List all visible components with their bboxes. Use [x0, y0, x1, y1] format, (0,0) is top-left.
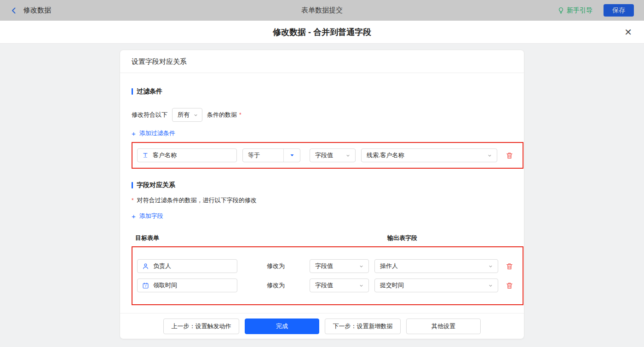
topbar: 修改数据 表单数据提交 新手引导 保存 [0, 0, 644, 21]
calendar-icon: 7 [142, 282, 149, 289]
match-mode-select[interactable]: 所有 [172, 108, 202, 122]
section-bar [132, 88, 133, 95]
modify-to-label: 修改为 [267, 262, 286, 270]
guide-link[interactable]: 新手引导 [558, 6, 592, 15]
value-type-select[interactable]: 字段值 [310, 279, 369, 292]
mapping-row: 负责人 修改为 字段值 操作人 [137, 259, 518, 273]
panel-footer: 上一步：设置触发动作 完成 下一步：设置新增数据 其他设置 [120, 313, 524, 339]
other-settings-button[interactable]: 其他设置 [406, 319, 481, 334]
chevron-down-icon [488, 264, 493, 269]
output-field-select[interactable]: 操作人 [374, 259, 498, 273]
value-type-select[interactable]: 字段值 [310, 148, 356, 162]
mapping-section-title: 字段对应关系 [132, 181, 524, 189]
chevron-down-icon [488, 283, 493, 288]
plus-icon: + [132, 130, 136, 137]
save-button[interactable]: 保存 [604, 4, 634, 17]
col-target-form: 目标表单 [135, 234, 159, 242]
panel-title: 设置字段对应关系 [120, 50, 524, 73]
output-field-select[interactable]: 提交时间 [374, 279, 498, 292]
topbar-title: 表单数据提交 [0, 6, 644, 15]
modify-to-label: 修改为 [267, 281, 286, 290]
add-filter-link[interactable]: + 添加过滤条件 [132, 129, 175, 137]
text-field-icon [142, 152, 149, 159]
guide-label: 新手引导 [567, 6, 592, 15]
settings-panel: 设置字段对应关系 过滤条件 修改符合以下 所有 条件的数据 * + 添加过滤条件 [120, 50, 524, 339]
target-field-input[interactable]: 7 领取时间 [137, 279, 237, 292]
mapping-row: 7 领取时间 修改为 字段值 提交时间 [137, 279, 518, 292]
user-icon [142, 263, 149, 270]
filter-section-title: 过滤条件 [132, 87, 524, 96]
target-field-input[interactable]: 负责人 [137, 259, 237, 273]
add-field-link[interactable]: + 添加字段 [132, 212, 163, 220]
operator-select[interactable]: 等于 [242, 148, 300, 162]
filter-value-select[interactable]: 线索.客户名称 [361, 148, 497, 162]
trash-icon[interactable] [506, 262, 513, 270]
caret-down-icon [283, 149, 300, 162]
dialog-header: 修改数据 - 合并到普通字段 ✕ [0, 21, 644, 44]
filter-condition-line: 修改符合以下 所有 条件的数据 * [132, 108, 524, 122]
condition-suffix: 条件的数据 [207, 111, 237, 119]
col-output-field: 输出表字段 [387, 234, 417, 242]
chevron-down-icon [359, 264, 364, 269]
trash-icon[interactable] [506, 152, 513, 159]
prev-step-button[interactable]: 上一步：设置触发动作 [163, 319, 239, 334]
mapping-column-headers: 目标表单 输出表字段 [132, 234, 524, 242]
filter-row: 客户名称 等于 字段值 线索.客户名称 [137, 148, 518, 162]
chevron-down-icon [345, 153, 351, 158]
dialog-title: 修改数据 - 合并到普通字段 [273, 27, 371, 38]
chevron-down-icon [487, 153, 492, 158]
svg-text:7: 7 [145, 284, 147, 287]
bulb-icon [558, 7, 564, 14]
plus-icon: + [132, 213, 136, 220]
chevron-down-icon [193, 113, 198, 118]
next-step-button[interactable]: 下一步：设置新增数据 [325, 319, 401, 334]
mapping-highlight-box: 负责人 修改为 字段值 操作人 [132, 246, 523, 305]
mapping-note: * 对符合过滤条件的数据，进行以下字段的修改 [132, 196, 524, 205]
value-type-select[interactable]: 字段值 [310, 259, 369, 273]
filter-field-input[interactable]: 客户名称 [137, 148, 237, 162]
section-bar [132, 182, 133, 188]
close-icon[interactable]: ✕ [624, 28, 632, 37]
required-mark: * [239, 112, 242, 118]
dialog-body: 设置字段对应关系 过滤条件 修改符合以下 所有 条件的数据 * + 添加过滤条件 [0, 50, 644, 347]
trash-icon[interactable] [506, 282, 513, 290]
condition-prefix: 修改符合以下 [132, 111, 167, 119]
chevron-down-icon [359, 283, 364, 288]
filter-highlight-box: 客户名称 等于 字段值 线索.客户名称 [132, 142, 523, 169]
done-button[interactable]: 完成 [245, 319, 319, 334]
